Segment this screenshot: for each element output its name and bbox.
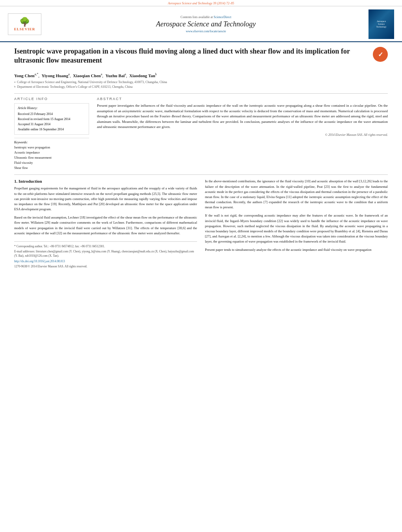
history-4: Available online 16 September 2014	[18, 127, 86, 132]
doi-link[interactable]: http://dx.doi.org/10.1016/j.ast.2014.08.…	[14, 260, 65, 263]
keywords-title: Keywords:	[14, 141, 89, 144]
body-right-col: In the above-mentioned contributions, th…	[205, 179, 388, 269]
body-right-para-3: Present paper tends to simultaneously an…	[205, 247, 388, 252]
author-2: Yiyong Huang	[41, 73, 68, 78]
elsevier-logo-img: 🌳 ELSEVIER	[8, 13, 41, 35]
body-para-1: Propellant gauging requirements for the …	[14, 186, 197, 212]
abstract-label: ABSTRACT	[97, 97, 388, 101]
journal-url[interactable]: www.elsevier.com/locate/aescte	[43, 30, 368, 33]
affil-2-text: Department of Electronic Technology, Off…	[17, 85, 133, 89]
body-content: 1. Introduction Propellant gauging requi…	[14, 179, 388, 269]
keyword-3: Ultrasonic flow measurement	[14, 156, 89, 161]
emails-label: E-mail addresses:	[14, 250, 35, 253]
authors-line: Yong Chena,*, Yiyong Huanga, Xiaoqian Ch…	[14, 72, 388, 78]
article-info-col: ARTICLE INFO Article History: Received 2…	[14, 97, 89, 171]
history-title: Article History:	[18, 106, 86, 111]
elsevier-logo: 🌳 ELSEVIER	[8, 13, 43, 35]
keyword-2: Acoustic impedance	[14, 150, 89, 156]
journal-title-header: Aerospace Science and Technology	[43, 20, 368, 28]
body-right-para-1: In the above-mentioned contributions, th…	[205, 179, 388, 210]
divider-1	[14, 93, 388, 94]
elsevier-tree-icon: 🌳	[19, 18, 30, 26]
keyword-5: Shear flow	[14, 166, 89, 171]
author-4: Yuzhu Bai	[105, 73, 125, 78]
affiliations: a College of Aerospace Science and Engin…	[14, 80, 388, 89]
author-1: Yong Chen	[14, 73, 35, 78]
history-2: Received in revised form 15 August 2014	[18, 117, 86, 122]
history-1: Received 23 February 2014	[18, 112, 86, 117]
keywords-box: Keywords: Isentropic wave propagation Ac…	[14, 138, 89, 171]
header-area: 🌳 ELSEVIER Contents lists available at S…	[0, 6, 402, 42]
footnote-doi: http://dx.doi.org/10.1016/j.ast.2014.08.…	[14, 259, 197, 263]
article-info-label: ARTICLE INFO	[14, 97, 89, 101]
emails-text: literature.chen@gmail.com (Y. Chen), yiy…	[14, 250, 194, 258]
journal-bar: Aerospace Science and Technology 39 (201…	[0, 0, 402, 6]
body-right-para-2: If the wall is not rigid, the correspond…	[205, 213, 388, 244]
author-5: Xiaodong Tan	[129, 73, 155, 78]
affil-line-2: b Department of Electronic Technology, O…	[14, 85, 388, 89]
main-content: Isentropic wave propagation in a viscous…	[0, 42, 402, 277]
keyword-1: Isentropic wave propagation	[14, 145, 89, 150]
crossmark-icon[interactable]: ✓	[373, 47, 388, 62]
affil-line-1: a College of Aerospace Science and Engin…	[14, 80, 388, 85]
abstract-col: ABSTRACT Present paper investigates the …	[97, 97, 388, 171]
article-history-box: Article History: Received 23 February 20…	[14, 103, 89, 135]
footnote-issn: 1270-9638/© 2014 Elsevier Masson SAS. Al…	[14, 264, 197, 269]
article-title: Isentropic wave propagation in a viscous…	[14, 47, 367, 65]
elsevier-brand: ELSEVIER	[14, 27, 35, 31]
article-info-abstract: ARTICLE INFO Article History: Received 2…	[14, 97, 388, 171]
footnote-corresponding: * Corresponding author. Tel.: +86 0731 8…	[14, 244, 197, 248]
section-1-title: 1. Introduction	[14, 179, 197, 184]
divider-2	[14, 174, 388, 175]
footnote-area: * Corresponding author. Tel.: +86 0731 8…	[14, 241, 197, 269]
journal-cover: AerospaceScienceTechnology	[368, 9, 394, 39]
article-title-section: Isentropic wave propagation in a viscous…	[14, 47, 388, 69]
history-3: Accepted 31 August 2014	[18, 122, 86, 127]
header-center: Contents lists available at ScienceDirec…	[43, 15, 368, 33]
sciencedirect-label: Contents lists available at ScienceDirec…	[43, 15, 368, 19]
abstract-copyright: © 2014 Elsevier Masson SAS. All rights r…	[97, 133, 388, 137]
keyword-4: Fluid viscosity	[14, 161, 89, 166]
affil-1-text: College of Aerospace Science and Enginee…	[17, 80, 167, 85]
footnote-emails: E-mail addresses: literature.chen@gmail.…	[14, 249, 197, 258]
author-3: Xiaoqian Chen	[73, 73, 101, 78]
body-left-col: 1. Introduction Propellant gauging requi…	[14, 179, 197, 269]
abstract-text: Present paper investigates the influence…	[97, 103, 388, 130]
body-para-2: Based on the inviscid fluid assumption, …	[14, 215, 197, 236]
sciencedirect-link-text[interactable]: ScienceDirect	[214, 15, 231, 19]
journal-bar-text: Aerospace Science and Technology 39 (201…	[168, 2, 234, 5]
